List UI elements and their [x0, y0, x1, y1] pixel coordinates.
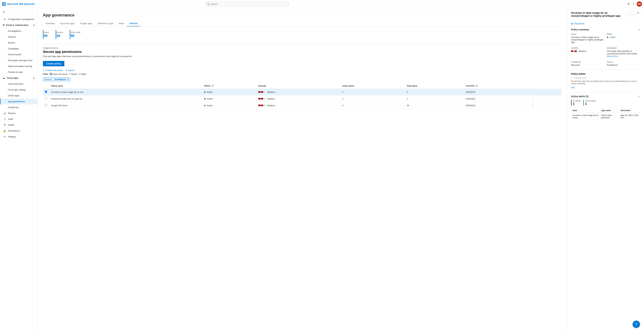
info-severity: Severity Medium: [571, 47, 604, 57]
tab-google-apps[interactable]: Google apps: [77, 21, 95, 26]
info-name: Name Increase in data usage by an overpr…: [571, 33, 604, 44]
summary-collapse-btn[interactable]: ∧: [638, 28, 640, 31]
status-active-dot: [607, 37, 608, 38]
table-row[interactable]: Unusual activity from an app wit... Acti…: [43, 95, 562, 102]
sidebar-item-cloud-discovery[interactable]: Cloud discovery: [0, 81, 38, 87]
sidebar-item-attack-sim[interactable]: Attack simulation training: [0, 63, 38, 69]
reset-label: Reset: [71, 73, 77, 75]
sidebar-item-permissions[interactable]: 🔐 Permissions: [0, 128, 38, 134]
panel-close-btn[interactable]: ✕: [636, 12, 640, 15]
explorer-label: Explorer: [8, 36, 16, 38]
tab-policies[interactable]: Policies: [127, 21, 140, 26]
row3-more-btn[interactable]: ⋮: [531, 104, 535, 107]
disable-app-checkbox[interactable]: [571, 77, 573, 79]
sidebar-item-reports[interactable]: 📊 Reports: [0, 110, 38, 116]
sidebar-section-cloud[interactable]: ☁ Cloud apps ∧: [0, 75, 38, 81]
th-severity[interactable]: Severity: [256, 83, 340, 89]
row2-checkbox[interactable]: [45, 97, 47, 100]
panel-divider-2: [571, 92, 640, 92]
sidebar-item-policies-rules[interactable]: Policies & rules: [0, 69, 38, 75]
created-by-label: Created by: [571, 61, 604, 63]
sidebar-item-cloud-catalog[interactable]: Cloud app catalog: [0, 87, 38, 93]
row3-checkbox[interactable]: [45, 104, 47, 106]
table-row[interactable]: Graph API errors Active Medium: [43, 102, 562, 109]
tab-alerts[interactable]: Alerts: [116, 21, 127, 26]
row1-checkbox[interactable]: [45, 91, 47, 93]
alerts-collapse-btn[interactable]: ∧: [638, 95, 640, 98]
filter-tags-row: Source: Predefined ✕: [43, 77, 562, 81]
avatar[interactable]: RS: [636, 1, 642, 7]
th-total-alerts[interactable]: Total alerts: [405, 83, 464, 89]
sidebar-item-config[interactable]: ⚙ Configuration management: [0, 16, 38, 22]
sidebar-item-review[interactable]: Review: [0, 40, 38, 46]
hamburger-button[interactable]: ☰: [0, 10, 38, 15]
create-policy-button[interactable]: Create policy: [43, 61, 64, 66]
create-new-policy-button[interactable]: ✏ Create new policy: [43, 69, 63, 72]
sidebar-item-activity-log[interactable]: Activity log: [0, 104, 38, 110]
active-alerts-value: 1: [585, 102, 596, 106]
alert-row[interactable]: Increase in data usage by an overp... Te…: [571, 113, 640, 120]
sidebar-item-explorer[interactable]: Explorer: [0, 34, 38, 40]
search-icon: 🔍: [207, 3, 210, 5]
pencil-icon: ✏: [43, 69, 45, 72]
edit-link[interactable]: Edit: [571, 86, 575, 89]
table-row[interactable]: Increase in data usage by an ove... Acti…: [43, 89, 562, 96]
show-more-link[interactable]: Show more: [607, 55, 618, 57]
sev-block: [258, 91, 260, 93]
severity-label: Severity: [571, 47, 604, 49]
settings-icon-btn[interactable]: ⚙: [628, 2, 630, 6]
help-icon-btn[interactable]: ?: [632, 3, 634, 6]
export-button[interactable]: ⬇ Export: [66, 69, 74, 72]
toolbar-row: ✏ Create new policy ⬇ Export: [43, 69, 562, 72]
name-value: Increase in data usage by an overprivile…: [571, 36, 604, 44]
oauth-label: OAuth apps: [8, 94, 20, 97]
sidebar-item-health[interactable]: ❤ Health: [0, 122, 38, 128]
sidebar-item-oauth[interactable]: OAuth apps: [0, 93, 38, 99]
th-last-alert: Last alert ⓘ: [464, 83, 529, 89]
tab-salesforce[interactable]: Salesforce apps: [95, 21, 116, 26]
row2-more-btn[interactable]: ⋮: [531, 97, 535, 100]
deactivate-button[interactable]: ⏻ Deactivate: [571, 22, 584, 25]
stat-inactive-value: 16: [56, 34, 63, 38]
reset-button[interactable]: ▽ Reset: [69, 73, 77, 75]
search-input[interactable]: [211, 3, 287, 5]
sidebar-item-investigations[interactable]: Investigations: [0, 28, 38, 34]
row3-checkbox-cell: [43, 102, 49, 109]
stat-audit-value: 56: [70, 34, 80, 38]
tab-overview[interactable]: Overview: [43, 21, 57, 26]
panel-header: Increase in data usage by an overprivile…: [567, 8, 644, 20]
row1-status: Active: [202, 89, 256, 96]
tab-azure-ad[interactable]: Azure AD apps: [57, 21, 77, 26]
deactivate-label: Deactivate: [574, 22, 584, 25]
investigations-label: Investigations: [8, 30, 21, 32]
email-section-label: Email & collaboration: [6, 24, 28, 26]
th-active-alerts[interactable]: Active alerts: [340, 83, 405, 89]
sidebar-item-exchange[interactable]: Exchange message trace: [0, 57, 38, 63]
panel-nav: ↑ ↓ ✕: [626, 12, 640, 16]
sev-block: [261, 98, 263, 100]
sidebar-section-email[interactable]: ✉ Email & collaboration ∧: [0, 22, 38, 28]
sidebar-item-audit[interactable]: 📝 Audit: [0, 116, 38, 122]
row3-active-alerts: 5: [340, 102, 405, 109]
row1-more-btn[interactable]: ⋮: [531, 91, 535, 94]
sidebar-item-app-governance[interactable]: App governance: [0, 99, 38, 104]
filters-button[interactable]: ▽ Filters: [78, 73, 86, 75]
cloud-catalog-label: Cloud app catalog: [8, 89, 26, 91]
hamburger-icon: ☰: [3, 11, 5, 14]
help-fab[interactable]: ?: [632, 320, 640, 328]
policy-action-label: Policy action: [571, 73, 640, 75]
sidebar-item-campaigns[interactable]: Campaigns: [0, 46, 38, 52]
sidebar-item-settings[interactable]: ⚙ Settings: [0, 134, 38, 140]
disable-app-label: Disable app: [574, 77, 586, 79]
th-policy-name[interactable]: Policy name: [49, 83, 202, 89]
save-query-button[interactable]: 💾 Save the query: [50, 73, 68, 75]
panel-up-btn[interactable]: ↑: [626, 12, 630, 16]
sev-block: [258, 98, 260, 100]
alerts-section-title: Active alerts (1) ∧: [571, 95, 640, 98]
filter-tag-remove[interactable]: ✕: [67, 78, 69, 81]
sidebar-item-threat-tracker[interactable]: Threat tracker: [0, 52, 38, 57]
search-bar[interactable]: 🔍: [205, 2, 289, 6]
panel-down-btn[interactable]: ↓: [631, 12, 636, 16]
info-grid-bottom: Created by Microsoft Source Predefined: [571, 61, 640, 66]
save-icon: 💾: [50, 73, 52, 75]
